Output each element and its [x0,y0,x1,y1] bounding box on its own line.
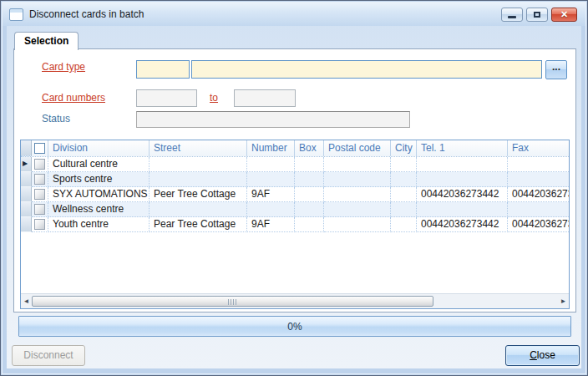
grid-cell[interactable] [391,217,417,232]
column-header-division[interactable]: Division [48,140,150,156]
grid-cell[interactable] [508,202,569,217]
scrollbar-track[interactable] [32,295,558,307]
status-value-field [136,111,410,128]
grid-cell[interactable] [391,157,417,172]
column-header-number[interactable]: Number [247,140,295,156]
close-button[interactable]: Close [505,345,580,366]
grid-cell[interactable]: Cultural centre [48,157,150,172]
table-row[interactable]: ▶ Youth centrePear Tree Cottage9AF004420… [21,217,569,232]
grid-cell[interactable] [508,157,569,172]
table-row[interactable]: ▶ Sports centre [21,172,569,187]
grid-cell[interactable] [391,187,417,202]
card-type-browse-button[interactable]: ... [545,60,567,79]
disconnect-button[interactable]: Disconnect [12,345,85,366]
card-type-label[interactable]: Card type [42,61,85,73]
row-checkbox-cell[interactable] [32,187,48,202]
grid-cell[interactable]: SYX AUTOMATIONS [48,187,150,202]
grid-cell[interactable] [508,172,569,187]
dialog-client-area: Selection Card type ... Card numbers to … [7,26,581,368]
grid-cell[interactable] [247,202,295,217]
row-checkbox[interactable] [34,189,45,200]
grid-cell[interactable] [417,157,508,172]
table-row[interactable]: ▶ SYX AUTOMATIONSPeer Tree Cottage9AF004… [21,187,569,202]
row-selector-cell[interactable]: ▶ [21,157,32,172]
grid-cell[interactable] [324,187,391,202]
card-numbers-to-label[interactable]: to [210,92,218,104]
grid-cell[interactable] [295,217,324,232]
grid-cell[interactable]: 00442036273442 [417,217,508,232]
card-number-to-input[interactable] [234,89,296,107]
grid-cell[interactable]: Wellness centre [48,202,150,217]
select-all-checkbox[interactable] [34,143,45,154]
column-header-fax[interactable]: Fax [508,140,569,156]
grid-cell[interactable]: Pear Tree Cottage [150,217,247,232]
table-row[interactable]: ▶ Cultural centre [21,157,569,172]
row-checkbox[interactable] [34,174,45,185]
grid-cell[interactable] [150,202,247,217]
row-selector-cell[interactable]: ▶ [21,202,32,217]
grid-cell[interactable] [150,172,247,187]
card-type-code-input[interactable] [136,60,190,79]
maximize-icon [534,12,540,18]
column-header-street[interactable]: Street [150,140,247,156]
grid-cell[interactable]: 9AF [247,217,295,232]
row-checkbox-cell[interactable] [32,217,48,232]
row-selector-cell[interactable]: ▶ [21,172,32,187]
grid-cell[interactable]: Youth centre [48,217,150,232]
column-header-box[interactable]: Box [295,140,324,156]
card-numbers-label[interactable]: Card numbers [42,92,105,104]
column-header-city[interactable]: City [391,140,417,156]
row-checkbox[interactable] [34,219,45,230]
grid-cell[interactable] [247,172,295,187]
grid-cell[interactable]: 00442036273442 [508,217,569,232]
column-header-tel1[interactable]: Tel. 1 [417,140,508,156]
row-pointer-icon: ▶ [23,160,28,167]
card-type-description-input[interactable] [191,60,542,79]
minimize-icon [508,16,516,18]
grid-cell[interactable] [247,157,295,172]
row-selector-cell[interactable]: ▶ [21,187,32,202]
grid-cell[interactable]: 00442036273442 [508,187,569,202]
header-selector-cell [21,140,32,156]
tab-selection[interactable]: Selection [14,32,79,50]
column-header-postal-code[interactable]: Postal code [324,140,391,156]
horizontal-scrollbar[interactable]: ◄ ► [21,293,569,308]
grid-cell[interactable]: 9AF [247,187,295,202]
grid-cell[interactable] [324,157,391,172]
grid-cell[interactable] [391,172,417,187]
grid-cell[interactable] [417,202,508,217]
row-checkbox-cell[interactable] [32,202,48,217]
grid-cell[interactable] [324,172,391,187]
scroll-right-icon[interactable]: ► [558,294,569,308]
grid-cell[interactable] [324,202,391,217]
grid-cell[interactable] [295,187,324,202]
row-checkbox[interactable] [34,204,45,215]
row-checkbox-cell[interactable] [32,157,48,172]
grid-cell[interactable] [417,172,508,187]
close-icon: ✕ [552,9,576,20]
card-number-from-input[interactable] [136,89,197,107]
grid-cell[interactable] [324,217,391,232]
grid-cell[interactable]: 00442036273442 [417,187,508,202]
divisions-grid[interactable]: Division Street Number Box Postal code C… [20,140,570,309]
status-label: Status [42,113,70,124]
maximize-button[interactable] [526,8,548,22]
grid-cell[interactable]: Peer Tree Cottage [150,187,247,202]
grid-cell[interactable] [295,157,324,172]
grid-cell[interactable] [391,202,417,217]
row-checkbox-cell[interactable] [32,172,48,187]
grid-cell[interactable] [150,157,247,172]
grid-cell[interactable]: Sports centre [48,172,150,187]
progress-value: 0% [287,321,302,333]
scrollbar-thumb[interactable] [32,296,433,307]
row-checkbox[interactable] [34,159,45,170]
scroll-left-icon[interactable]: ◄ [21,294,32,308]
minimize-button[interactable] [501,8,523,22]
row-selector-cell[interactable]: ▶ [21,217,32,232]
title-bar[interactable]: Disconnect cards in batch ✕ [3,3,585,26]
select-all-cell[interactable] [32,140,48,156]
grid-cell[interactable] [295,202,324,217]
grid-cell[interactable] [295,172,324,187]
close-window-button[interactable]: ✕ [551,8,577,22]
table-row[interactable]: ▶ Wellness centre [21,202,569,217]
